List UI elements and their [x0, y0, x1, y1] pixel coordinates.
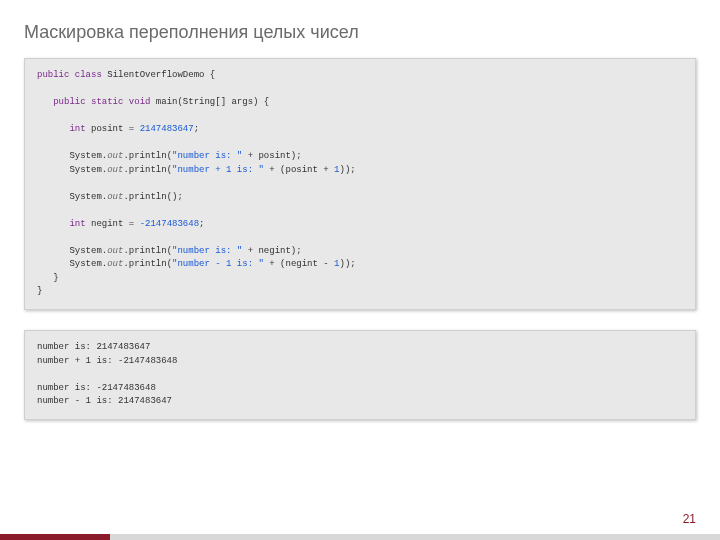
- println: .println: [123, 151, 166, 161]
- slide-title: Маскировка переполнения целых чисел: [24, 22, 359, 43]
- keyword: public: [37, 70, 69, 80]
- output-line: number - 1 is: 2147483647: [37, 396, 172, 406]
- output-line: number is: 2147483647: [37, 342, 150, 352]
- string-literal: "number is: ": [172, 151, 242, 161]
- out: out: [107, 151, 123, 161]
- output-line: number + 1 is: -2147483648: [37, 356, 177, 366]
- sys: System.: [69, 151, 107, 161]
- string-literal: "number is: ": [172, 246, 242, 256]
- slide: Маскировка переполнения целых чисел publ…: [0, 0, 720, 540]
- sys: System.: [69, 259, 107, 269]
- string-literal: "number + 1 is: ": [172, 165, 264, 175]
- footer-accent: [0, 534, 110, 540]
- keyword: void: [129, 97, 151, 107]
- literal: 1: [334, 259, 339, 269]
- class-name: SilentOverflowDemo: [107, 70, 204, 80]
- println: .println: [123, 259, 166, 269]
- footer-bar: [0, 534, 720, 540]
- main-signature: main(String[] args) {: [156, 97, 269, 107]
- out: out: [107, 192, 123, 202]
- footer-fill: [110, 534, 720, 540]
- literal: 1: [334, 165, 339, 175]
- code-block-source: public class SilentOverflowDemo { public…: [24, 58, 696, 310]
- code-block-output: number is: 2147483647 number + 1 is: -21…: [24, 330, 696, 420]
- println: .println: [123, 192, 166, 202]
- keyword: int: [69, 219, 85, 229]
- out: out: [107, 165, 123, 175]
- keyword: public: [53, 97, 85, 107]
- output-line: number is: -2147483648: [37, 383, 156, 393]
- page-number: 21: [683, 512, 696, 526]
- out: out: [107, 246, 123, 256]
- keyword: int: [69, 124, 85, 134]
- sys: System.: [69, 165, 107, 175]
- println: .println: [123, 165, 166, 175]
- literal: -2147483648: [140, 219, 199, 229]
- string-literal: "number - 1 is: ": [172, 259, 264, 269]
- keyword: class: [75, 70, 102, 80]
- sys: System.: [69, 192, 107, 202]
- literal: 2147483647: [140, 124, 194, 134]
- out: out: [107, 259, 123, 269]
- sys: System.: [69, 246, 107, 256]
- keyword: static: [91, 97, 123, 107]
- println: .println: [123, 246, 166, 256]
